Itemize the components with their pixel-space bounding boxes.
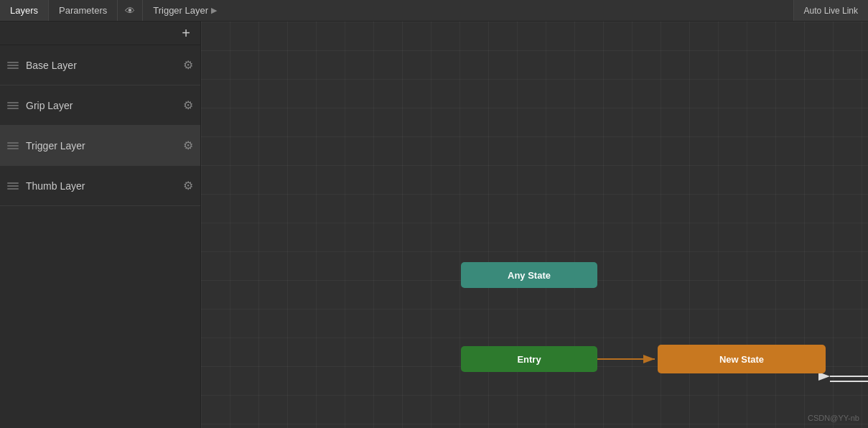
layer-name-grip: Grip Layer: [26, 100, 183, 111]
drag-line: [7, 142, 19, 144]
drag-line: [7, 62, 19, 63]
sidebar-item-trigger-layer[interactable]: Trigger Layer ⚙: [0, 126, 200, 166]
drag-line: [7, 185, 19, 187]
add-layer-button[interactable]: +: [177, 24, 195, 42]
eye-icon[interactable]: 👁: [118, 0, 143, 21]
sidebar-add-row: +: [0, 22, 200, 45]
node-entry[interactable]: Entry: [461, 346, 597, 372]
main-content: + Base Layer ⚙ Grip Layer ⚙: [0, 22, 868, 428]
auto-live-link-button[interactable]: Auto Live Link: [793, 0, 868, 21]
drag-handle-base: [7, 62, 19, 69]
tab-parameters[interactable]: Parameters: [49, 0, 118, 21]
node-any-state[interactable]: Any State: [461, 262, 597, 288]
top-bar: Layers Parameters 👁 Trigger Layer ▶ Auto…: [0, 0, 868, 22]
layer-name-trigger: Trigger Layer: [26, 140, 183, 152]
breadcrumb: Trigger Layer ▶: [143, 5, 793, 16]
drag-handle-thumb: [7, 182, 19, 190]
drag-line: [7, 188, 19, 190]
layer-name-thumb: Thumb Layer: [26, 180, 183, 192]
breadcrumb-label: Trigger Layer: [153, 5, 208, 16]
drag-handle-trigger: [7, 142, 19, 149]
drag-line: [7, 145, 19, 146]
sidebar-item-thumb-layer[interactable]: Thumb Layer ⚙: [0, 166, 200, 206]
gear-icon-base[interactable]: ⚙: [183, 58, 193, 72]
gear-icon-grip[interactable]: ⚙: [183, 98, 193, 112]
breadcrumb-arrow: ▶: [211, 6, 217, 15]
sidebar: + Base Layer ⚙ Grip Layer ⚙: [0, 22, 201, 428]
layer-name-base: Base Layer: [26, 60, 183, 71]
sidebar-item-base-layer[interactable]: Base Layer ⚙: [0, 45, 200, 85]
drag-line: [7, 65, 19, 66]
canvas-area[interactable]: Any State Entry New State Trigger CSDN@Y…: [201, 22, 868, 428]
watermark: CSDN@YY-nb: [808, 414, 859, 422]
drag-line: [7, 182, 19, 184]
gear-icon-thumb[interactable]: ⚙: [183, 179, 193, 192]
gear-icon-trigger[interactable]: ⚙: [183, 139, 193, 152]
sidebar-item-grip-layer[interactable]: Grip Layer ⚙: [0, 85, 200, 126]
drag-line: [7, 105, 19, 106]
drag-line: [7, 68, 19, 69]
tab-layers[interactable]: Layers: [0, 0, 49, 21]
drag-line: [7, 148, 19, 149]
drag-line: [7, 108, 19, 109]
node-new-state[interactable]: New State: [658, 345, 826, 373]
drag-handle-grip: [7, 102, 19, 109]
drag-line: [7, 102, 19, 103]
